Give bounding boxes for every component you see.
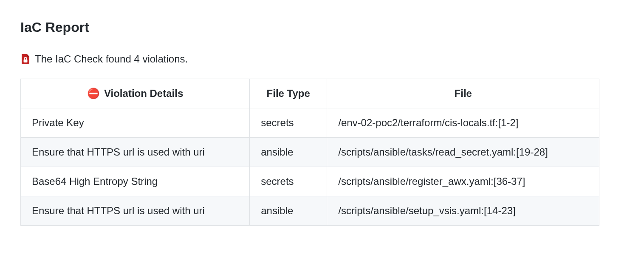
table-row: Base64 High Entropy String secrets /scri… [21,167,599,196]
svg-rect-0 [24,60,28,62]
col-header-file: File [327,79,599,108]
no-entry-icon: ⛔ [87,88,100,99]
cell-filetype: secrets [250,167,327,196]
col-header-details: ⛔ Violation Details [21,79,250,108]
col-header-filetype: File Type [250,79,327,108]
table-row: Private Key secrets /env-02-poc2/terrafo… [21,108,599,138]
cell-file: /scripts/ansible/setup_vsis.yaml:[14-23] [327,196,599,226]
cell-details: Ensure that HTTPS url is used with uri [21,138,250,167]
violations-table: ⛔ Violation Details File Type File Priva… [20,79,599,226]
cell-file: /env-02-poc2/terraform/cis-locals.tf:[1-… [327,108,599,138]
table-row: Ensure that HTTPS url is used with uri a… [21,196,599,226]
cell-filetype: ansible [250,196,327,226]
summary-text: The IaC Check found 4 violations. [35,51,188,67]
col-header-details-label: Violation Details [104,86,183,101]
summary-line: The IaC Check found 4 violations. [20,51,624,67]
page-title: IaC Report [20,17,624,37]
cell-details: Base64 High Entropy String [21,167,250,196]
cell-file: /scripts/ansible/register_awx.yaml:[36-3… [327,167,599,196]
table-row: Ensure that HTTPS url is used with uri a… [21,138,599,167]
cell-filetype: ansible [250,138,327,167]
cell-details: Ensure that HTTPS url is used with uri [21,196,250,226]
cell-details: Private Key [21,108,250,138]
cell-filetype: secrets [250,108,327,138]
lock-file-icon [20,54,30,65]
table-header-row: ⛔ Violation Details File Type File [21,79,599,108]
cell-file: /scripts/ansible/tasks/read_secret.yaml:… [327,138,599,167]
